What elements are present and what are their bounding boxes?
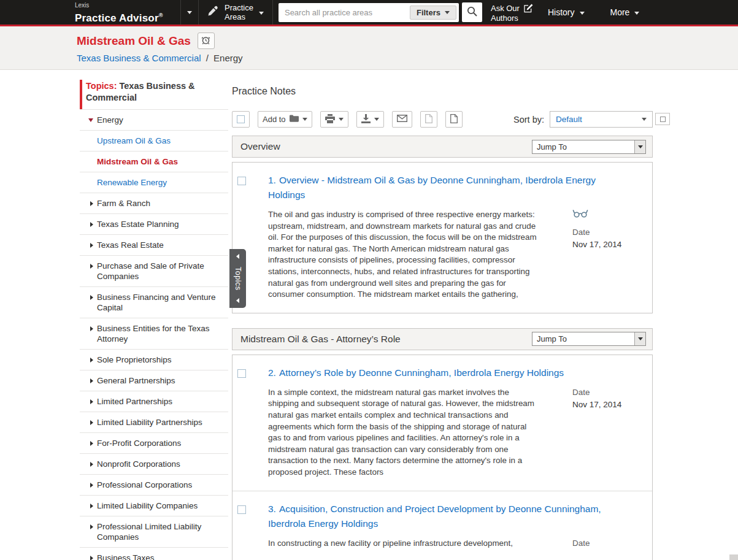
select-all-checkbox-button[interactable] xyxy=(232,111,250,128)
ask-our-authors-link[interactable]: Ask Our Authors xyxy=(491,0,533,25)
chevron-right-icon xyxy=(90,326,93,331)
chevron-down-icon xyxy=(374,118,379,121)
tree-item-energy[interactable]: Energy xyxy=(80,109,228,130)
results-toolbar: Add to xyxy=(232,111,653,128)
content-area: Topics: Texas Business & Commercial Ener… xyxy=(80,70,738,560)
section-header: Midstream Oil & Gas - Attorney’s Role Ju… xyxy=(232,328,653,350)
date-value: Nov 17, 2014 xyxy=(572,399,646,410)
chevron-right-icon xyxy=(90,420,93,425)
tree-item-for-profit-corporations[interactable]: For-Profit Corporations xyxy=(80,432,228,453)
search-input[interactable] xyxy=(279,8,407,17)
topics-tree: Energy Upstream Oil & Gas Midstream Oil … xyxy=(80,109,228,560)
folder-icon xyxy=(290,115,299,124)
date-label: Date xyxy=(572,538,646,548)
topics-collapse-tab[interactable]: Topics xyxy=(229,249,246,308)
add-to-folder-button[interactable]: Add to xyxy=(258,111,312,128)
breadcrumb-parent-link[interactable]: Texas Business & Commercial xyxy=(77,53,201,63)
lexis-practice-advisor-logo[interactable]: Lexis Practice Advisor® xyxy=(75,0,180,25)
section-overview: Overview Jump To 1.Overview - Midstream … xyxy=(232,136,653,313)
chevron-right-icon xyxy=(90,483,93,488)
panel-icon xyxy=(660,117,666,122)
document-tool-button-1[interactable] xyxy=(420,111,437,128)
chevron-right-icon xyxy=(90,556,93,560)
tree-item-professional-corporations[interactable]: Professional Corporations xyxy=(80,474,228,495)
select-arrow-button xyxy=(634,140,645,153)
chevron-right-icon xyxy=(90,399,93,404)
glasses-icon[interactable] xyxy=(572,209,646,220)
tree-item-general-partnerships[interactable]: General Partnerships xyxy=(80,370,228,391)
tree-item-limited-partnerships[interactable]: Limited Partnerships xyxy=(80,391,228,412)
more-menu[interactable]: More xyxy=(610,0,640,25)
create-alert-button[interactable] xyxy=(198,33,215,49)
jump-to-select[interactable]: Jump To xyxy=(532,140,646,154)
chevron-right-icon xyxy=(90,201,93,206)
search-submit-button[interactable] xyxy=(462,2,482,22)
sort-group: Sort by: Default xyxy=(513,111,653,128)
tree-item-nonprofit-corporations[interactable]: Nonprofit Corporations xyxy=(80,453,228,474)
top-navigation-inner: Lexis Practice Advisor® Practice Areas F… xyxy=(75,0,738,25)
envelope-icon xyxy=(397,115,407,124)
tree-item-texas-real-estate[interactable]: Texas Real Estate xyxy=(80,234,228,255)
tree-item-limited-liability-companies[interactable]: Limited Liability Companies xyxy=(80,495,228,516)
result-checkbox[interactable] xyxy=(237,177,246,185)
chevron-down-icon xyxy=(634,12,639,15)
tree-item-farm-ranch[interactable]: Farm & Ranch xyxy=(80,193,228,213)
history-menu[interactable]: History xyxy=(548,0,585,25)
tree-item-texas-estate-planning[interactable]: Texas Estate Planning xyxy=(80,213,228,234)
document-tool-button-2[interactable] xyxy=(445,111,463,128)
display-options-button[interactable] xyxy=(655,113,670,125)
result-meta: Date Nov 17, 2014 xyxy=(572,209,646,301)
result-title-link[interactable]: 2.Attorney’s Role by Deonne Cunningham, … xyxy=(268,366,630,380)
tree-item-midstream-oil-gas[interactable]: Midstream Oil & Gas xyxy=(80,151,228,172)
global-search-area: Filters xyxy=(279,0,482,25)
collapse-left-arrow-icon xyxy=(236,254,239,259)
topics-tab-label: Topics xyxy=(234,267,242,290)
tree-item-renewable-energy[interactable]: Renewable Energy xyxy=(80,172,228,193)
breadcrumb-separator: / xyxy=(206,53,209,63)
download-button[interactable] xyxy=(356,111,384,128)
chevron-right-icon xyxy=(90,264,93,269)
search-box: Filters xyxy=(279,3,459,22)
result-item: 1.Overview - Midstream Oil & Gas by Deon… xyxy=(233,163,652,313)
alarm-clock-icon xyxy=(201,36,210,47)
result-item: 2.Attorney’s Role by Deonne Cunningham, … xyxy=(233,355,652,491)
result-title-link[interactable]: 3.Acquisition, Construction and Project … xyxy=(268,502,630,531)
practice-areas-menu[interactable]: Practice Areas xyxy=(199,0,273,25)
tree-item-limited-liability-partnerships[interactable]: Limited Liability Partnerships xyxy=(80,412,228,432)
date-label: Date xyxy=(572,387,646,397)
page-title: Midstream Oil & Gas xyxy=(77,33,191,48)
chevron-right-icon xyxy=(90,222,93,227)
topics-label: Topics: xyxy=(86,81,117,91)
tree-item-purchase-sale-private-companies[interactable]: Purchase and Sale of Private Companies xyxy=(80,255,228,286)
sidebar-heading: Topics: Texas Business & Commercial xyxy=(80,80,228,109)
tree-item-upstream-oil-gas[interactable]: Upstream Oil & Gas xyxy=(80,130,228,151)
result-snippet: In constructing a new facility or pipeli… xyxy=(268,538,539,550)
print-button[interactable] xyxy=(320,111,348,128)
result-item: 3.Acquisition, Construction and Project … xyxy=(233,491,652,560)
chevron-right-icon xyxy=(90,524,93,529)
tree-item-sole-proprietorships[interactable]: Sole Proprietorships xyxy=(80,349,228,370)
result-snippet: The oil and gas industry is comprised of… xyxy=(268,209,539,301)
printer-icon xyxy=(325,114,335,125)
filters-button[interactable]: Filters xyxy=(410,6,456,20)
result-title-link[interactable]: 1.Overview - Midstream Oil & Gas by Deon… xyxy=(268,173,630,202)
download-icon xyxy=(361,114,371,125)
chevron-down-icon xyxy=(638,337,643,340)
checkbox-icon xyxy=(237,115,245,123)
tree-item-business-entities-texas-attorney[interactable]: Business Entities for the Texas Attorney xyxy=(80,318,228,349)
sort-by-label: Sort by: xyxy=(513,115,544,125)
jump-to-select[interactable]: Jump To xyxy=(532,332,646,346)
section-body: 2.Attorney’s Role by Deonne Cunningham, … xyxy=(232,355,653,560)
tree-item-business-taxes[interactable]: Business Taxes xyxy=(80,547,228,560)
email-button[interactable] xyxy=(392,111,412,128)
chevron-down-icon xyxy=(580,12,585,15)
result-checkbox[interactable] xyxy=(237,505,246,514)
sort-select[interactable]: Default xyxy=(550,111,653,128)
chevron-down-icon xyxy=(187,11,192,14)
chevron-right-icon xyxy=(90,243,93,248)
result-checkbox[interactable] xyxy=(237,369,246,378)
tree-item-business-financing-venture-capital[interactable]: Business Financing and Venture Capital xyxy=(80,286,228,318)
brand-dropdown-button[interactable] xyxy=(180,0,199,25)
section-body: 1.Overview - Midstream Oil & Gas by Deon… xyxy=(232,162,653,313)
tree-item-professional-limited-liability-companies[interactable]: Professional Limited Liability Companies xyxy=(80,516,228,547)
